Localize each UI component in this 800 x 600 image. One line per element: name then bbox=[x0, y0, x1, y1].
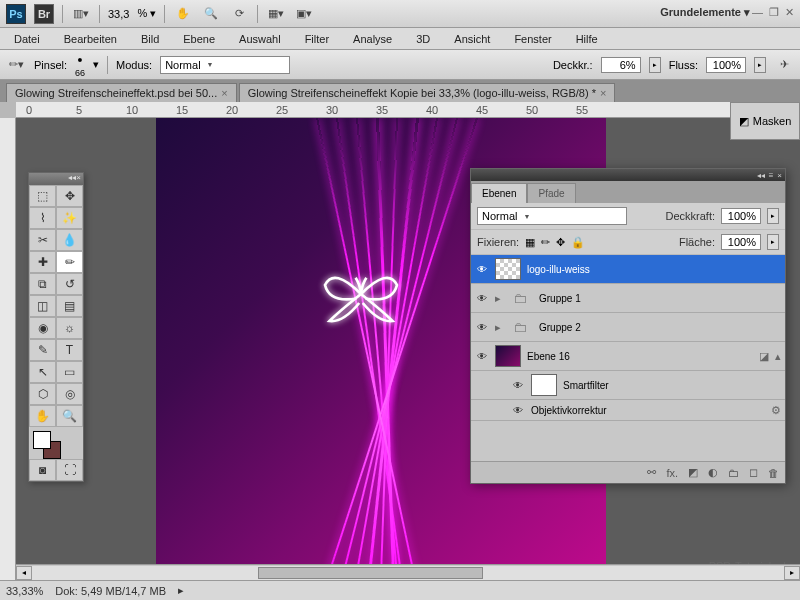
blur-tool[interactable]: ◉ bbox=[29, 317, 56, 339]
doc-tab-2[interactable]: Glowing Streifenscheineffekt Kopie bei 3… bbox=[239, 83, 616, 102]
fill-field[interactable]: 100% bbox=[721, 234, 761, 250]
filter-row[interactable]: 👁 Objektivkorrektur ⚙ bbox=[471, 400, 785, 421]
airbrush-icon[interactable]: ✈ bbox=[774, 55, 794, 75]
expand-icon[interactable]: ▸ bbox=[495, 292, 501, 305]
blend-mode-select[interactable]: Normal bbox=[160, 56, 290, 74]
menu-ebene[interactable]: Ebene bbox=[175, 30, 223, 48]
layer-row[interactable]: 👁 ▸ 🗀 Gruppe 1 bbox=[471, 284, 785, 313]
fx-icon[interactable]: fx. bbox=[666, 467, 678, 479]
history-brush-tool[interactable]: ↺ bbox=[56, 273, 83, 295]
stamp-tool[interactable]: ⧉ bbox=[29, 273, 56, 295]
layer-opacity-stepper[interactable]: ▸ bbox=[767, 208, 779, 224]
fill-stepper[interactable]: ▸ bbox=[767, 234, 779, 250]
toolbox-collapse-icon[interactable]: ◂◂ bbox=[68, 173, 76, 185]
layout-icon[interactable]: ▥▾ bbox=[71, 4, 91, 24]
lock-transparency-icon[interactable]: ▦ bbox=[525, 236, 535, 249]
scroll-left-icon[interactable]: ◂ bbox=[16, 566, 32, 580]
menu-hilfe[interactable]: Hilfe bbox=[568, 30, 606, 48]
dodge-tool[interactable]: ☼ bbox=[56, 317, 83, 339]
rotate-icon[interactable]: ⟳ bbox=[229, 4, 249, 24]
visibility-icon[interactable]: 👁 bbox=[475, 349, 489, 363]
scrollbar-horizontal[interactable]: ◂ ▸ bbox=[16, 564, 800, 580]
pen-tool[interactable]: ✎ bbox=[29, 339, 56, 361]
tab-ebenen[interactable]: Ebenen bbox=[471, 183, 527, 203]
eraser-tool[interactable]: ◫ bbox=[29, 295, 56, 317]
workspace-selector[interactable]: Grundelemente bbox=[660, 6, 741, 18]
crop-tool[interactable]: ✂ bbox=[29, 229, 56, 251]
marquee-tool[interactable]: ⬚ bbox=[29, 185, 56, 207]
new-layer-icon[interactable]: ◻ bbox=[749, 466, 758, 479]
adjustment-icon[interactable]: ◐ bbox=[708, 466, 718, 479]
visibility-icon[interactable]: 👁 bbox=[511, 378, 525, 392]
close-tab-icon[interactable]: × bbox=[221, 87, 227, 99]
menu-auswahl[interactable]: Auswahl bbox=[231, 30, 289, 48]
shape-tool[interactable]: ▭ bbox=[56, 361, 83, 383]
panel-collapse-icon[interactable]: ◂◂ bbox=[757, 171, 765, 180]
layer-blend-select[interactable]: Normal bbox=[477, 207, 627, 225]
visibility-icon[interactable]: 👁 bbox=[475, 291, 489, 305]
layer-thumb[interactable] bbox=[495, 258, 521, 280]
visibility-icon[interactable]: 👁 bbox=[475, 320, 489, 334]
scroll-right-icon[interactable]: ▸ bbox=[784, 566, 800, 580]
menu-bild[interactable]: Bild bbox=[133, 30, 167, 48]
layer-row[interactable]: 👁 logo-illu-weiss bbox=[471, 255, 785, 284]
masks-panel-collapsed[interactable]: ◩ Masken bbox=[730, 102, 800, 140]
menu-bearbeiten[interactable]: Bearbeiten bbox=[56, 30, 125, 48]
lasso-tool[interactable]: ⌇ bbox=[29, 207, 56, 229]
flow-stepper[interactable]: ▸ bbox=[754, 57, 766, 73]
screen-mode-icon[interactable]: ▣▾ bbox=[294, 4, 314, 24]
visibility-icon[interactable]: 👁 bbox=[511, 403, 525, 417]
collapse-icon[interactable]: ▴ bbox=[775, 350, 781, 363]
3d-tool[interactable]: ⬡ bbox=[29, 383, 56, 405]
path-tool[interactable]: ↖ bbox=[29, 361, 56, 383]
ruler-horizontal[interactable]: 0510152025303540455055 bbox=[16, 102, 800, 118]
eyedropper-tool[interactable]: 💧 bbox=[56, 229, 83, 251]
photoshop-icon[interactable]: Ps bbox=[6, 4, 26, 24]
menu-datei[interactable]: Datei bbox=[6, 30, 48, 48]
zoom-value[interactable]: 33,3 bbox=[108, 8, 129, 20]
trash-icon[interactable]: 🗑 bbox=[768, 467, 779, 479]
status-zoom[interactable]: 33,33% bbox=[6, 585, 43, 597]
type-tool[interactable]: T bbox=[56, 339, 83, 361]
color-swatches[interactable] bbox=[29, 427, 83, 459]
quickmask-tool[interactable]: ◙ bbox=[29, 459, 56, 481]
lock-pixels-icon[interactable]: ✏ bbox=[541, 236, 550, 249]
tab-pfade[interactable]: Pfade bbox=[527, 183, 575, 203]
panel-close-icon[interactable]: × bbox=[777, 171, 782, 180]
layer-thumb[interactable] bbox=[495, 345, 521, 367]
menu-3d[interactable]: 3D bbox=[408, 30, 438, 48]
layer-opacity-field[interactable]: 100% bbox=[721, 208, 761, 224]
status-docsize[interactable]: 5,49 MB/14,7 MB bbox=[81, 585, 166, 597]
filter-mask-thumb[interactable] bbox=[531, 374, 557, 396]
hand-tool[interactable]: ✋ bbox=[29, 405, 56, 427]
flow-field[interactable]: 100% bbox=[706, 57, 746, 73]
brush-tool[interactable]: ✏ bbox=[56, 251, 83, 273]
heal-tool[interactable]: ✚ bbox=[29, 251, 56, 273]
group-icon[interactable]: 🗀 bbox=[728, 467, 739, 479]
menu-fenster[interactable]: Fenster bbox=[506, 30, 559, 48]
brush-tool-icon[interactable]: ✏▾ bbox=[6, 55, 26, 75]
wand-tool[interactable]: ✨ bbox=[56, 207, 83, 229]
lock-position-icon[interactable]: ✥ bbox=[556, 236, 565, 249]
close-tab-icon[interactable]: × bbox=[600, 87, 606, 99]
visibility-icon[interactable]: 👁 bbox=[475, 262, 489, 276]
hand-icon[interactable]: ✋ bbox=[173, 4, 193, 24]
opacity-field[interactable]: 6% bbox=[601, 57, 641, 73]
scroll-thumb[interactable] bbox=[258, 567, 484, 579]
smartfilter-row[interactable]: 👁 Smartfilter bbox=[471, 371, 785, 400]
lock-all-icon[interactable]: 🔒 bbox=[571, 236, 585, 249]
expand-icon[interactable]: ▸ bbox=[495, 321, 501, 334]
bridge-icon[interactable]: Br bbox=[34, 4, 54, 24]
screenmode-tool[interactable]: ⛶ bbox=[56, 459, 83, 481]
link-layers-icon[interactable]: ⚯ bbox=[647, 466, 656, 479]
toolbox-close-icon[interactable]: × bbox=[76, 173, 81, 185]
maximize-icon[interactable]: ❐ bbox=[769, 6, 779, 19]
opacity-stepper[interactable]: ▸ bbox=[649, 57, 661, 73]
menu-analyse[interactable]: Analyse bbox=[345, 30, 400, 48]
3d-camera-tool[interactable]: ◎ bbox=[56, 383, 83, 405]
minimize-icon[interactable]: — bbox=[752, 6, 763, 19]
gradient-tool[interactable]: ▤ bbox=[56, 295, 83, 317]
menu-filter[interactable]: Filter bbox=[297, 30, 337, 48]
close-icon[interactable]: ✕ bbox=[785, 6, 794, 19]
arrange-icon[interactable]: ▦▾ bbox=[266, 4, 286, 24]
